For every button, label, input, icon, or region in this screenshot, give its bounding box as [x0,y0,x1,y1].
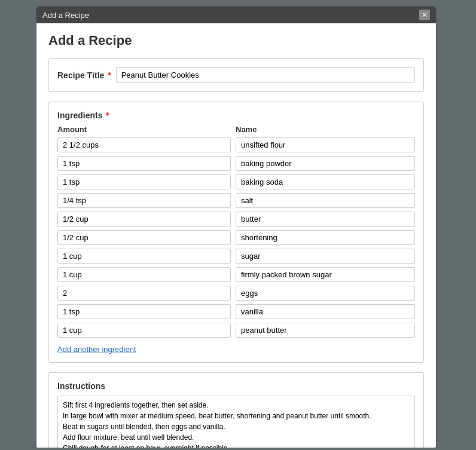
modal-dialog: Add a Recipe ✕ Add a Recipe Recipe Title… [36,6,437,448]
ingredient-name-input[interactable] [236,286,415,301]
ingredient-amount-input[interactable] [57,249,231,264]
ingredient-row [57,230,415,245]
ingredient-row [57,137,415,152]
ingredient-amount-input[interactable] [57,304,231,319]
modal-body: Add a Recipe Recipe Title * Ingredients … [36,23,436,448]
recipe-title-section: Recipe Title * [48,58,424,92]
modal-heading: Add a Recipe [48,33,424,48]
ingredients-label: Ingredients * [57,111,415,120]
modal-titlebar: Add a Recipe ✕ [36,7,436,23]
modal-title: Add a Recipe [42,11,89,20]
ingredient-amount-input[interactable] [57,137,231,152]
ingredient-row [57,212,415,226]
ingredient-amount-input[interactable] [57,286,231,301]
ingredient-amount-input[interactable] [57,175,231,189]
ingredients-section: Ingredients * Amount Name Add another in… [48,102,424,363]
ingredient-name-input[interactable] [236,212,415,226]
ingredient-amount-input[interactable] [57,156,231,171]
ingredient-row [57,323,415,338]
column-header-amount: Amount [57,125,231,134]
ingredient-amount-input[interactable] [57,267,231,282]
instructions-label: Instructions [57,381,415,391]
ingredient-row [57,156,415,171]
ingredient-name-input[interactable] [236,323,415,338]
add-ingredient-link[interactable]: Add another ingredient [57,345,136,354]
ingredient-rows-container [57,137,415,338]
ingredient-name-input[interactable] [236,249,415,264]
modal-close-button[interactable]: ✕ [419,10,430,20]
ingredients-column-headers: Amount Name [57,125,415,134]
ingredient-name-input[interactable] [236,156,415,171]
ingredient-amount-input[interactable] [57,193,231,208]
ingredient-name-input[interactable] [236,137,415,152]
ingredient-name-input[interactable] [236,304,415,319]
ingredient-amount-input[interactable] [57,323,231,338]
ingredient-name-input[interactable] [236,230,415,245]
recipe-title-input[interactable] [116,67,415,83]
ingredient-amount-input[interactable] [57,212,231,226]
ingredient-row [57,175,415,189]
ingredient-row [57,304,415,319]
ingredient-row [57,267,415,282]
ingredient-row [57,249,415,264]
required-indicator: * [105,71,111,80]
ingredient-name-input[interactable] [236,175,415,189]
column-header-name: Name [236,125,415,134]
ingredient-name-input[interactable] [236,267,415,282]
instructions-textarea[interactable] [57,396,415,448]
instructions-section: Instructions [48,372,424,448]
recipe-title-label: Recipe Title * [57,71,111,80]
ingredient-name-input[interactable] [236,193,415,208]
ingredient-amount-input[interactable] [57,230,231,245]
ingredient-row [57,193,415,208]
ingredient-row [57,286,415,301]
